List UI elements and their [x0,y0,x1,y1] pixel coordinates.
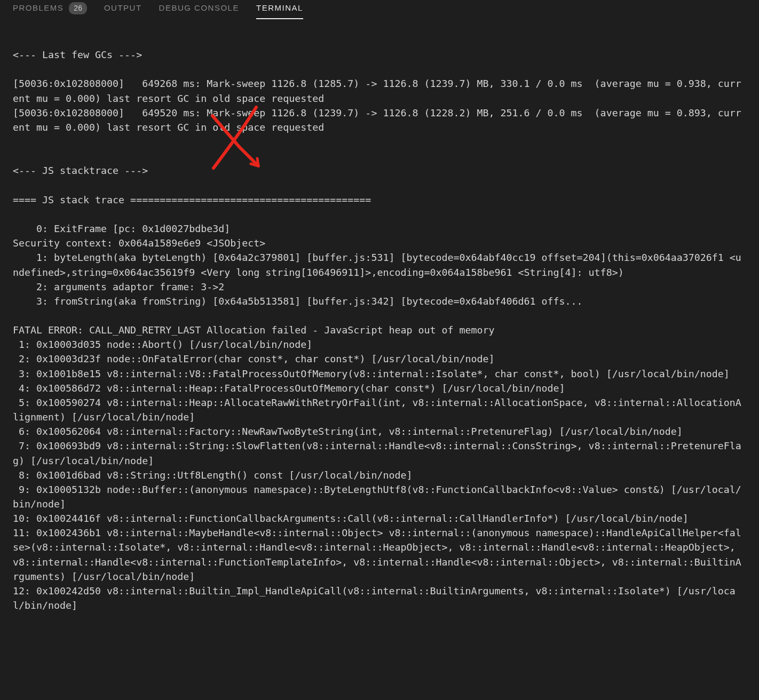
tab-debug-console[interactable]: DEBUG CONSOLE [159,2,239,19]
tab-problems-label: PROBLEMS [13,2,64,14]
problems-badge: 26 [69,2,87,14]
tab-output-label: OUTPUT [104,2,142,14]
tab-problems[interactable]: PROBLEMS 26 [13,2,87,19]
tab-terminal[interactable]: TERMINAL [256,2,303,19]
tab-output[interactable]: OUTPUT [104,2,142,19]
panel-tabs: PROBLEMS 26 OUTPUT DEBUG CONSOLE TERMINA… [0,0,759,21]
terminal-output[interactable]: <--- Last few GCs ---> [50036:0x10280800… [0,21,759,624]
tab-debug-label: DEBUG CONSOLE [159,2,239,14]
tab-terminal-label: TERMINAL [256,2,303,14]
